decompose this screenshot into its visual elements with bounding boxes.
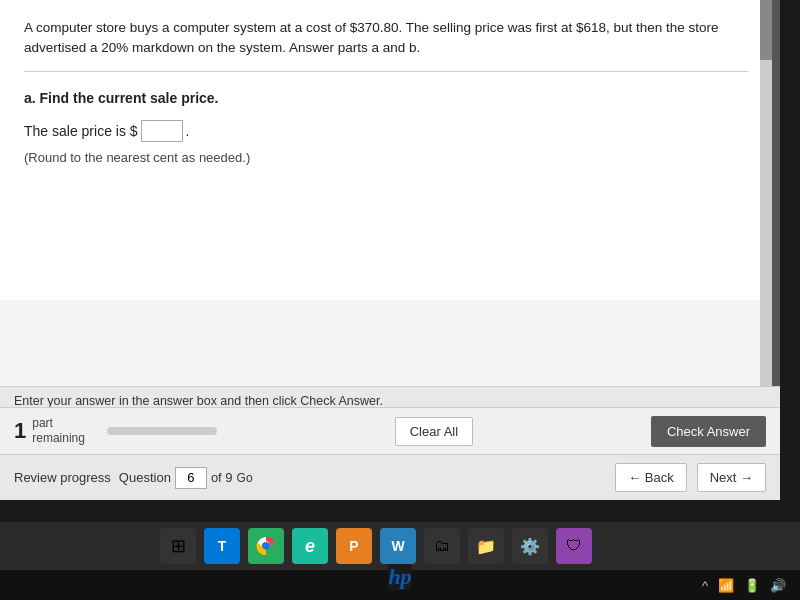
remaining-label-text: remaining — [32, 431, 85, 447]
next-button[interactable]: Next → — [697, 463, 766, 492]
question-nav: Question of 9 Go — [119, 467, 253, 489]
hp-logo: hp — [388, 564, 411, 590]
of-label: of 9 — [211, 470, 233, 485]
taskbar: ⊞ T e P W 🗂 📁 ⚙️ 🛡 ^ 📶 🔋 🔊 hp — [0, 502, 800, 600]
question-number-input[interactable] — [175, 467, 207, 489]
wifi-icon[interactable]: 📶 — [718, 578, 734, 593]
nav-bar: Review progress Question of 9 Go ← Back … — [0, 454, 780, 500]
edge-icon[interactable]: e — [292, 528, 328, 564]
question-text: A computer store buys a computer system … — [24, 18, 748, 72]
sale-price-line: The sale price is $ . — [24, 120, 748, 142]
question-label: Question — [119, 470, 171, 485]
review-progress-button[interactable]: Review progress — [14, 470, 111, 485]
chevron-up-icon[interactable]: ^ — [702, 578, 708, 593]
battery-icon[interactable]: 🔋 — [744, 578, 760, 593]
parts-remaining: 1 part remaining — [14, 416, 217, 447]
check-answer-button[interactable]: Check Answer — [651, 416, 766, 447]
part-label-text: part — [32, 416, 85, 432]
file-explorer-icon[interactable]: 🗂 — [424, 528, 460, 564]
nav-left: Review progress Question of 9 Go — [14, 467, 253, 489]
folder-icon[interactable]: 📁 — [468, 528, 504, 564]
sale-price-prefix: The sale price is $ — [24, 123, 138, 139]
taskbar-icons: ⊞ T e P W 🗂 📁 ⚙️ 🛡 — [0, 522, 800, 570]
clear-all-button[interactable]: Clear All — [395, 417, 473, 446]
part-a-label: a. Find the current sale price. — [24, 90, 748, 106]
progress-bar-area — [107, 427, 217, 435]
sale-price-suffix: . — [186, 123, 190, 139]
back-button[interactable]: ← Back — [615, 463, 687, 492]
settings-icon[interactable]: ⚙️ — [512, 528, 548, 564]
shield-icon[interactable]: 🛡 — [556, 528, 592, 564]
go-button[interactable]: Go — [237, 471, 253, 485]
parts-number: 1 — [14, 418, 26, 444]
parts-text: part remaining — [32, 416, 85, 447]
word-icon[interactable]: W — [380, 528, 416, 564]
progress-bar — [107, 427, 217, 435]
controls-bar: 1 part remaining Clear All Check Answer — [0, 407, 780, 455]
question-area: A computer store buys a computer system … — [0, 0, 772, 300]
teams-icon[interactable]: T — [204, 528, 240, 564]
round-note: (Round to the nearest cent as needed.) — [24, 150, 748, 165]
chrome-icon[interactable] — [248, 528, 284, 564]
volume-icon[interactable]: 🔊 — [770, 578, 786, 593]
scrollbar-thumb[interactable] — [760, 0, 772, 60]
start-menu-icon[interactable]: ⊞ — [160, 528, 196, 564]
powerpoint-icon[interactable]: P — [336, 528, 372, 564]
sale-price-input[interactable] — [141, 120, 183, 142]
